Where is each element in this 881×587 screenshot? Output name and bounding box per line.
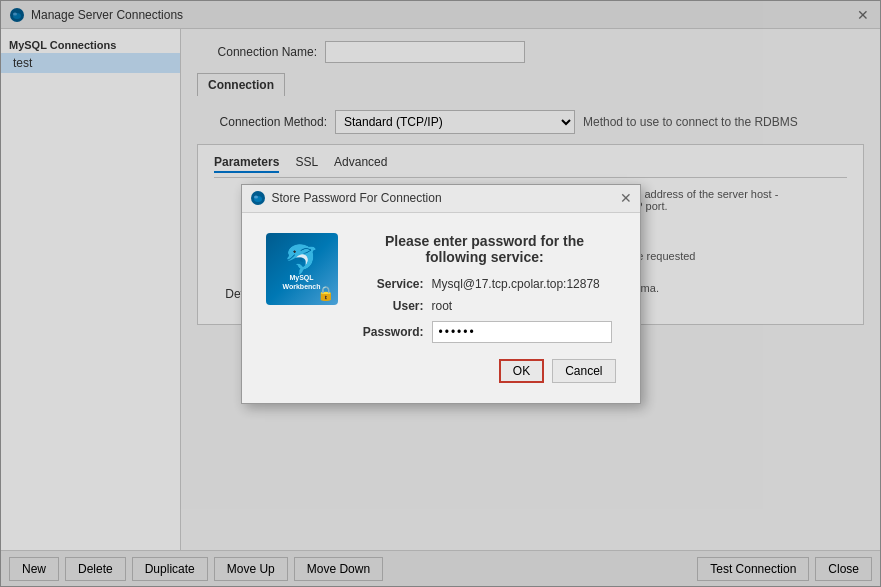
store-password-modal: Store Password For Connection ✕ 🐬 MySQLW… (241, 184, 641, 404)
modal-cancel-button[interactable]: Cancel (552, 359, 615, 383)
modal-service-row: Service: Mysql@17.tcp.cpolar.top:12878 (354, 277, 616, 291)
modal-overlay: Store Password For Connection ✕ 🐬 MySQLW… (0, 0, 881, 587)
dolphin-icon: 🐬 (284, 246, 319, 274)
logo-text: MySQLWorkbench (283, 274, 321, 291)
modal-ok-button[interactable]: OK (499, 359, 544, 383)
lock-icon: 🔒 (317, 285, 334, 301)
modal-password-row: Password: (354, 321, 616, 343)
mysql-workbench-logo: 🐬 MySQLWorkbench 🔒 (266, 233, 338, 305)
modal-title-text: Store Password For Connection (272, 191, 442, 205)
modal-password-input[interactable] (432, 321, 612, 343)
modal-body: 🐬 MySQLWorkbench 🔒 Please enter password… (242, 213, 640, 403)
modal-title-left: Store Password For Connection (250, 190, 442, 206)
modal-password-label: Password: (354, 325, 424, 339)
modal-service-value: Mysql@17.tcp.cpolar.top:12878 (432, 277, 600, 291)
modal-user-row: User: root (354, 299, 616, 313)
modal-buttons: OK Cancel (354, 359, 616, 383)
svg-point-5 (254, 196, 258, 199)
modal-user-label: User: (354, 299, 424, 313)
modal-form: Please enter password for the following … (354, 233, 616, 383)
logo-inner: 🐬 MySQLWorkbench (283, 246, 321, 291)
modal-close-button[interactable]: ✕ (620, 190, 632, 206)
modal-heading-line1: Please enter password for the (385, 233, 584, 249)
modal-app-icon (250, 190, 266, 206)
modal-user-value: root (432, 299, 453, 313)
modal-content-row: 🐬 MySQLWorkbench 🔒 Please enter password… (266, 233, 616, 383)
modal-service-label: Service: (354, 277, 424, 291)
modal-title-bar: Store Password For Connection ✕ (242, 185, 640, 213)
modal-heading-line2: following service: (425, 249, 543, 265)
modal-heading: Please enter password for the following … (354, 233, 616, 265)
